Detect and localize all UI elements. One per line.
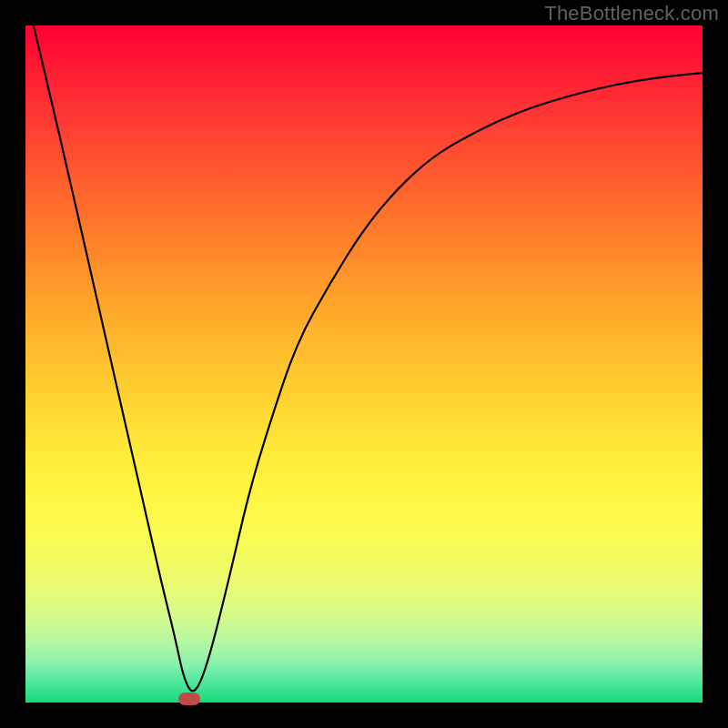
curve-path: [25, 0, 703, 691]
plot-area: [25, 25, 703, 703]
chart-frame: TheBottleneck.com: [0, 0, 728, 728]
watermark-text: TheBottleneck.com: [544, 2, 719, 25]
optimal-point-marker: [178, 693, 200, 705]
bottleneck-curve: [25, 25, 703, 703]
